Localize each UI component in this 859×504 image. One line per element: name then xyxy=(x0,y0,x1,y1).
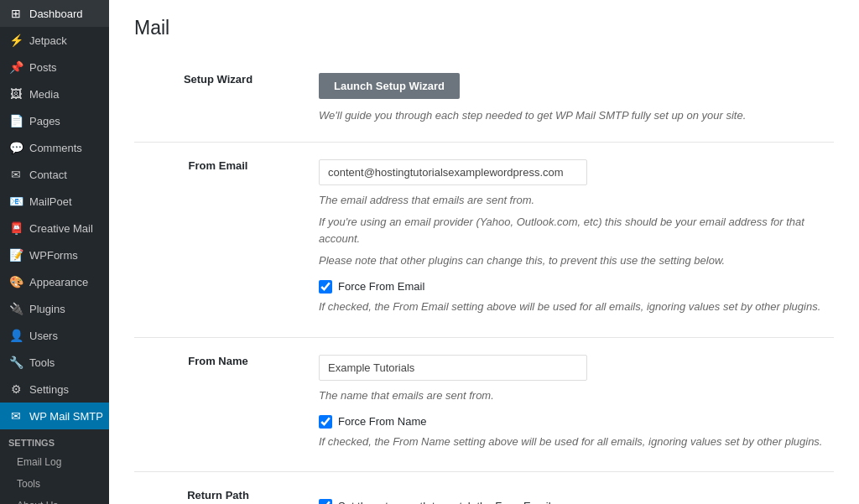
from-email-label: From Email xyxy=(134,142,310,337)
sidebar-item-wpforms[interactable]: 📝WPForms xyxy=(0,242,109,268)
return-path-checkbox-row: Set the return-path to match the From Em… xyxy=(319,499,825,504)
sidebar-sub-item-tools[interactable]: Tools xyxy=(0,473,109,495)
sidebar-item-plugins[interactable]: 🔌Plugins xyxy=(0,295,109,322)
from-email-description: The email address that emails are sent f… xyxy=(319,192,825,270)
creative-mail-icon: 📮 xyxy=(8,221,23,235)
force-from-name-description: If checked, the From Name setting above … xyxy=(319,434,825,451)
sidebar: ⊞Dashboard⚡Jetpack📌Posts🖼Media📄Pages💬Com… xyxy=(0,0,109,504)
sidebar-item-label-pages: Pages xyxy=(29,115,60,127)
sidebar-item-posts[interactable]: 📌Posts xyxy=(0,54,109,81)
force-from-name-row: Force From Name xyxy=(319,415,825,429)
force-from-email-checkbox[interactable] xyxy=(319,280,332,294)
from-name-row: From Name The name that emails are sent … xyxy=(134,337,834,472)
sidebar-item-label-media: Media xyxy=(29,88,59,101)
from-email-desc-3: Please note that other plugins can chang… xyxy=(319,252,825,270)
wpforms-icon: 📝 xyxy=(8,248,23,262)
return-path-cell: Set the return-path to match the From Em… xyxy=(310,472,834,504)
setup-wizard-cell: Launch Setup Wizard We'll guide you thro… xyxy=(310,56,834,142)
from-email-row: From Email The email address that emails… xyxy=(134,142,834,337)
settings-icon: ⚙ xyxy=(8,382,23,396)
sidebar-item-label-tools: Tools xyxy=(29,356,55,369)
settings-section-label: Settings xyxy=(0,429,109,451)
plugins-icon: 🔌 xyxy=(8,302,23,315)
from-name-cell: The name that emails are sent from. Forc… xyxy=(310,337,834,472)
setup-wizard-row: Setup Wizard Launch Setup Wizard We'll g… xyxy=(134,56,834,142)
sidebar-item-appearance[interactable]: 🎨Appearance xyxy=(0,268,109,295)
from-email-input[interactable] xyxy=(319,159,587,185)
tools-icon: 🔧 xyxy=(8,356,23,369)
mailpoet-icon: 📧 xyxy=(8,195,23,208)
sidebar-item-label-jetpack: Jetpack xyxy=(29,34,67,47)
posts-icon: 📌 xyxy=(8,60,23,74)
comments-icon: 💬 xyxy=(8,141,23,154)
dashboard-icon: ⊞ xyxy=(8,7,23,20)
sidebar-item-settings[interactable]: ⚙Settings xyxy=(0,376,109,403)
sidebar-item-label-comments: Comments xyxy=(29,142,82,154)
users-icon: 👤 xyxy=(8,329,23,342)
sidebar-item-pages[interactable]: 📄Pages xyxy=(0,107,109,134)
sidebar-item-media[interactable]: 🖼Media xyxy=(0,81,109,107)
from-name-input[interactable] xyxy=(319,355,587,381)
sidebar-item-label-plugins: Plugins xyxy=(29,303,65,315)
sidebar-sub-item-email-log[interactable]: Email Log xyxy=(0,451,109,473)
sidebar-item-label-wpforms: WPForms xyxy=(29,249,78,262)
setup-wizard-description: We'll guide you through each step needed… xyxy=(319,109,746,122)
sidebar-item-label-settings: Settings xyxy=(29,383,69,396)
sidebar-item-label-contact: Contact xyxy=(29,169,67,181)
force-from-email-row: Force From Email xyxy=(319,280,825,294)
force-from-name-checkbox[interactable] xyxy=(319,415,332,429)
sidebar-item-label-dashboard: Dashboard xyxy=(29,8,83,20)
sidebar-item-wp-mail-smtp[interactable]: ✉WP Mail SMTP xyxy=(0,403,109,429)
from-email-desc-1: The email address that emails are sent f… xyxy=(319,192,825,210)
force-from-email-description: If checked, the From Email setting above… xyxy=(319,299,825,316)
force-from-name-label[interactable]: Force From Name xyxy=(338,415,426,428)
sidebar-item-jetpack[interactable]: ⚡Jetpack xyxy=(0,27,109,54)
sidebar-item-contact[interactable]: ✉Contact xyxy=(0,161,109,188)
settings-form: Setup Wizard Launch Setup Wizard We'll g… xyxy=(134,56,834,504)
appearance-icon: 🎨 xyxy=(8,275,23,288)
return-path-label: Return Path xyxy=(134,472,310,504)
sidebar-item-creative-mail[interactable]: 📮Creative Mail xyxy=(0,215,109,242)
sidebar-item-comments[interactable]: 💬Comments xyxy=(0,134,109,161)
return-path-checkbox[interactable] xyxy=(319,499,332,504)
return-path-row: Return Path Set the return-path to match… xyxy=(134,472,834,504)
sidebar-item-tools[interactable]: 🔧Tools xyxy=(0,349,109,376)
page-title: Mail xyxy=(134,17,834,39)
sidebar-item-dashboard[interactable]: ⊞Dashboard xyxy=(0,0,109,27)
from-name-label: From Name xyxy=(134,337,310,472)
from-email-desc-2: If you're using an email provider (Yahoo… xyxy=(319,214,825,249)
sidebar-item-label-wp-mail-smtp: WP Mail SMTP xyxy=(29,410,103,423)
jetpack-icon: ⚡ xyxy=(8,34,23,47)
launch-wizard-button[interactable]: Launch Setup Wizard xyxy=(319,73,460,99)
sidebar-sub-item-about-us[interactable]: About Us xyxy=(0,495,109,504)
force-from-email-label[interactable]: Force From Email xyxy=(338,280,424,293)
setup-wizard-label: Setup Wizard xyxy=(134,56,310,142)
sidebar-item-label-users: Users xyxy=(29,330,58,342)
sidebar-item-label-appearance: Appearance xyxy=(29,276,88,288)
sidebar-item-label-posts: Posts xyxy=(29,61,57,74)
return-path-checkbox-label[interactable]: Set the return-path to match the From Em… xyxy=(338,500,551,504)
sidebar-item-users[interactable]: 👤Users xyxy=(0,322,109,349)
contact-icon: ✉ xyxy=(8,168,23,181)
sidebar-item-mailpoet[interactable]: 📧MailPoet xyxy=(0,188,109,215)
sidebar-item-label-mailpoet: MailPoet xyxy=(29,195,72,208)
from-email-cell: The email address that emails are sent f… xyxy=(310,142,834,337)
media-icon: 🖼 xyxy=(8,87,23,101)
sidebar-item-label-creative-mail: Creative Mail xyxy=(29,222,93,235)
pages-icon: 📄 xyxy=(8,114,23,127)
wp-mail-smtp-icon: ✉ xyxy=(8,409,23,423)
from-name-description: The name that emails are sent from. xyxy=(319,387,825,405)
main-content: Mail Setup Wizard Launch Setup Wizard We… xyxy=(109,0,859,504)
